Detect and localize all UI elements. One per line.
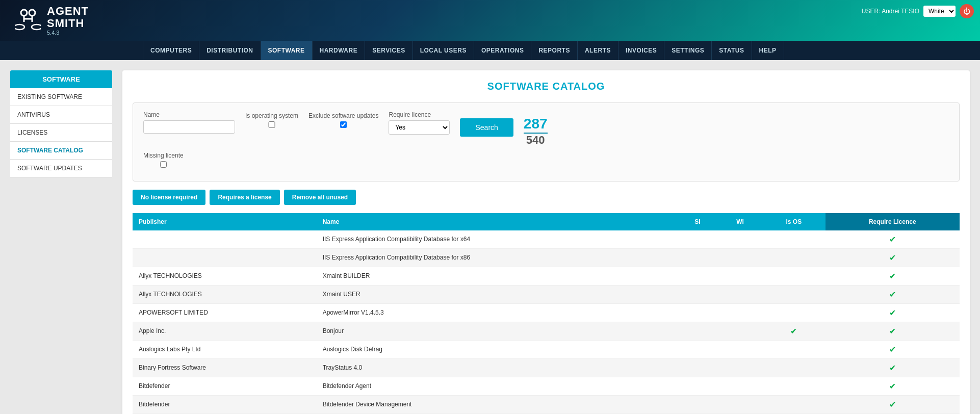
nav-operations[interactable]: OPERATIONS (474, 41, 531, 60)
search-form: Name Is operating system Exclude softwar… (133, 102, 960, 182)
missing-licence-group: Missing licente (143, 152, 184, 168)
exclude-updates-group: Exclude software updates (308, 112, 378, 128)
require-licence-check-icon: ✔ (889, 327, 896, 335)
cell-is-os (762, 340, 825, 358)
table-row: BitdefenderBitdefender Device Management… (133, 395, 960, 413)
nav-invoices[interactable]: INVOICES (618, 41, 664, 60)
missing-licence-label: Missing licente (143, 152, 184, 159)
nav-distribution[interactable]: DISTRIBUTION (199, 41, 261, 60)
cell-is-os (762, 377, 825, 395)
nav-status[interactable]: STATUS (712, 41, 752, 60)
cell-is-os (762, 395, 825, 413)
col-wi: WI (718, 213, 762, 230)
power-button[interactable]: ⏻ (960, 4, 974, 18)
sidebar: SOFTWARE EXISTING SOFTWARE ANTIVIRUS LIC… (10, 70, 112, 414)
cell-publisher: Binary Fortress Software (133, 358, 317, 377)
cell-publisher: Bitdefender (133, 395, 317, 413)
logo-icon (15, 6, 41, 36)
cell-require-licence: ✔ (826, 358, 960, 377)
require-licence-group: Require licence Yes No All (389, 111, 450, 135)
missing-licence-checkbox[interactable] (143, 161, 184, 168)
cell-require-licence: ✔ (826, 285, 960, 303)
cell-si (677, 358, 718, 377)
form-row-1: Name Is operating system Exclude softwar… (143, 111, 949, 147)
cell-require-licence: ✔ (826, 322, 960, 340)
cell-si (677, 395, 718, 413)
col-is-os: Is OS (762, 213, 825, 230)
table-row: Auslogics Labs Pty LtdAuslogics Disk Def… (133, 340, 960, 358)
name-input[interactable] (143, 120, 235, 134)
nav-settings[interactable]: SETTINGS (664, 41, 712, 60)
cell-name: ApowerMirror V1.4.5.3 (317, 303, 678, 322)
cell-si (677, 285, 718, 303)
logo-text-area: AGENT SMITH 5.4.3 (47, 5, 89, 36)
svg-point-1 (29, 10, 35, 16)
sidebar-item-licenses[interactable]: LICENSES (10, 124, 112, 142)
sidebar-item-antivirus[interactable]: ANTIVIRUS (10, 106, 112, 124)
require-licence-check-icon: ✔ (889, 290, 896, 299)
exclude-updates-checkbox[interactable] (308, 121, 378, 128)
cell-si (677, 267, 718, 285)
cell-require-licence: ✔ (826, 303, 960, 322)
requires-license-button[interactable]: Requires a license (210, 190, 279, 205)
nav-services[interactable]: SERVICES (365, 41, 412, 60)
cell-is-os (762, 248, 825, 267)
cell-name: Bitdefender Device Management (317, 395, 678, 413)
cell-name: Xmaint BUILDER (317, 267, 678, 285)
content-area: SOFTWARE CATALOG Name Is operating syste… (122, 70, 970, 414)
nav-help[interactable]: HELP (752, 41, 784, 60)
cell-wi (718, 395, 762, 413)
form-row-2: Missing licente (143, 152, 949, 168)
cell-si (677, 303, 718, 322)
cell-is-os (762, 303, 825, 322)
col-si: SI (677, 213, 718, 230)
cell-is-os (762, 285, 825, 303)
require-licence-check-icon: ✔ (889, 382, 896, 391)
is-os-checkbox[interactable] (245, 121, 298, 128)
require-licence-check-icon: ✔ (889, 400, 896, 409)
no-license-button[interactable]: No license required (133, 190, 205, 205)
require-licence-check-icon: ✔ (889, 272, 896, 280)
cell-wi (718, 358, 762, 377)
remove-unused-button[interactable]: Remove all unused (284, 190, 356, 205)
nav-alerts[interactable]: ALERTS (578, 41, 618, 60)
cell-require-licence: ✔ (826, 230, 960, 249)
nav-reports[interactable]: REPORTS (531, 41, 578, 60)
cell-si (677, 377, 718, 395)
cell-publisher (133, 248, 317, 267)
cell-require-licence: ✔ (826, 395, 960, 413)
nav-software[interactable]: SOFTWARE (261, 41, 313, 60)
nav-local-users[interactable]: LOCAL USERS (413, 41, 474, 60)
table-row: Allyx TECHNOLOGIESXmaint BUILDER✔ (133, 267, 960, 285)
count-display: 287 540 (524, 115, 548, 147)
cell-name: TrayStatus 4.0 (317, 358, 678, 377)
cell-si (677, 322, 718, 340)
sidebar-item-software-updates[interactable]: SOFTWARE UPDATES (10, 160, 112, 177)
top-right-area: USER: Andrei TESIO White Dark Blue ⏻ (856, 0, 980, 22)
cell-si (677, 248, 718, 267)
software-table: Publisher Name SI WI Is OS Require Licen… (133, 213, 960, 414)
cell-wi (718, 322, 762, 340)
nav-computers[interactable]: COMPUTERS (143, 41, 199, 60)
table-row: APOWERSOFT LIMITEDApowerMirror V1.4.5.3✔ (133, 303, 960, 322)
is-os-group: Is operating system (245, 112, 298, 128)
header: AGENT SMITH 5.4.3 USER: Andrei TESIO Whi… (0, 0, 980, 41)
col-name: Name (317, 213, 678, 230)
action-buttons: No license required Requires a license R… (133, 190, 960, 205)
require-licence-check-icon: ✔ (889, 364, 896, 372)
nav-hardware[interactable]: HARDWARE (313, 41, 366, 60)
require-licence-check-icon: ✔ (889, 345, 896, 354)
cell-name: Bitdefender Agent (317, 377, 678, 395)
cell-wi (718, 285, 762, 303)
col-publisher: Publisher (133, 213, 317, 230)
table-row: Binary Fortress SoftwareTrayStatus 4.0✔ (133, 358, 960, 377)
table-row: Allyx TECHNOLOGIESXmaint USER✔ (133, 285, 960, 303)
require-licence-select[interactable]: Yes No All (389, 120, 450, 135)
search-button[interactable]: Search (460, 118, 513, 137)
theme-selector[interactable]: White Dark Blue (923, 6, 956, 17)
is-os-label: Is operating system (245, 112, 298, 119)
logo-brand: AGENT SMITH (47, 5, 89, 30)
sidebar-item-existing-software[interactable]: EXISTING SOFTWARE (10, 88, 112, 106)
sidebar-item-software-catalog[interactable]: SOFTWARE CATALOG (10, 142, 112, 160)
name-label: Name (143, 111, 235, 118)
